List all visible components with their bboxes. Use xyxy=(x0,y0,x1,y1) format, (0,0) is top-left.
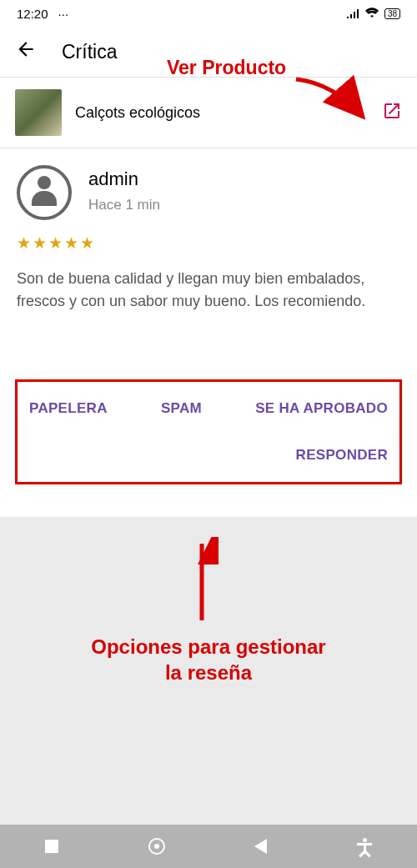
back-arrow-icon[interactable] xyxy=(15,38,37,66)
external-link-icon[interactable] xyxy=(382,101,402,124)
android-nav-bar xyxy=(0,825,417,868)
actions-highlight-box: PAPELERA SPAM SE HA APROBADO RESPONDER xyxy=(15,379,402,484)
user-avatar xyxy=(17,165,72,220)
nav-recent-icon[interactable] xyxy=(45,840,58,853)
nav-accessibility-icon[interactable] xyxy=(357,838,372,855)
annotation-ver-producto: Ver Producto xyxy=(167,57,286,79)
status-more-icon: ··· xyxy=(58,7,69,21)
status-bar: 12:20 ··· 38 xyxy=(0,0,417,27)
spam-button[interactable]: SPAM xyxy=(161,400,202,417)
trash-button[interactable]: PAPELERA xyxy=(29,400,108,417)
page-title: Crítica xyxy=(62,41,117,63)
product-thumbnail xyxy=(15,89,62,136)
annotation-arrow-top xyxy=(292,75,375,125)
review-text: Son de buena calidad y llegan muy bien e… xyxy=(17,268,400,313)
review-timestamp: Hace 1 min xyxy=(88,197,160,213)
annotation-opciones: Opciones para gestionar la reseña xyxy=(0,634,417,685)
status-time: 12:20 xyxy=(17,7,48,21)
review-username: admin xyxy=(88,168,160,190)
nav-back-icon[interactable] xyxy=(254,839,267,854)
reply-button[interactable]: RESPONDER xyxy=(296,447,388,464)
signal-icon xyxy=(346,7,359,21)
nav-home-icon[interactable] xyxy=(148,838,165,855)
approved-button[interactable]: SE HA APROBADO xyxy=(255,400,388,417)
review-section: admin Hace 1 min ★★★★★ Son de buena cali… xyxy=(0,148,417,329)
battery-icon: 38 xyxy=(384,8,400,19)
star-rating: ★★★★★ xyxy=(17,233,400,253)
annotation-arrow-bottom xyxy=(185,537,219,629)
wifi-icon xyxy=(364,7,379,21)
